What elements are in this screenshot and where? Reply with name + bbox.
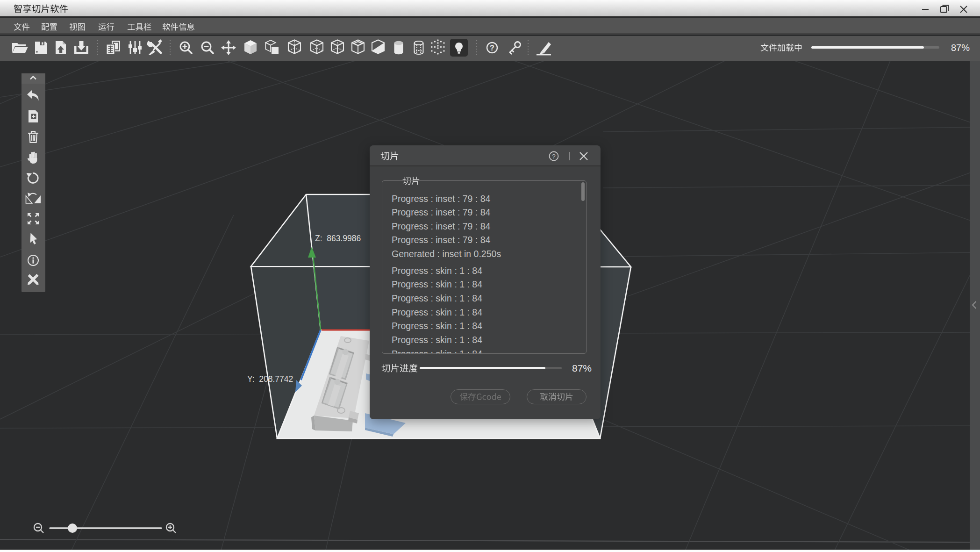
svg-text:?: ? bbox=[490, 44, 494, 52]
svg-text:Y: 208.7742: Y: 208.7742 bbox=[247, 374, 293, 384]
svg-text:?: ? bbox=[552, 153, 556, 160]
svg-text:87%: 87% bbox=[951, 43, 970, 53]
svg-text:87%: 87% bbox=[572, 363, 592, 373]
svg-text:Z: 863.9986: Z: 863.9986 bbox=[315, 234, 361, 243]
